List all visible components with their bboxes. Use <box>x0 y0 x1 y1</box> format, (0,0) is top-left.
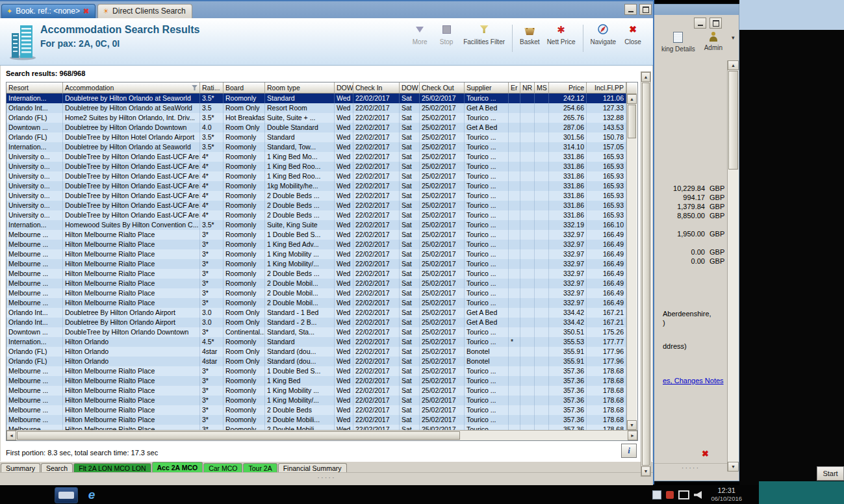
table-row[interactable]: Melbourne ...Hilton Melbourne Rialto Pla… <box>6 279 626 288</box>
changes-notes-link[interactable]: es, Changes Notes <box>663 377 724 384</box>
minimize-button[interactable] <box>624 4 637 15</box>
table-row[interactable]: Melbourne ...Hilton Melbourne Rialto Pla… <box>6 376 626 386</box>
bottom-tab-financial-summary[interactable]: Financial Summary <box>278 463 347 473</box>
bottom-tab-tour-2a[interactable]: Tour 2A <box>243 463 277 473</box>
table-row[interactable]: Melbourne ...Hilton Melbourne Rialto Pla… <box>6 366 626 376</box>
tray-alert-icon[interactable] <box>666 491 674 499</box>
bottom-tab-search[interactable]: Search <box>41 463 73 473</box>
taskbar-app-icon[interactable] <box>55 487 78 503</box>
scrollbar-thumb[interactable] <box>728 71 738 170</box>
column-header-incl-fl-pp[interactable]: Incl.Fl.PP <box>587 82 626 94</box>
navigate-button[interactable]: Navigate <box>591 23 616 45</box>
taskbar-clock[interactable]: 12:31 06/10/2016 <box>711 486 742 503</box>
browser-icon[interactable]: e <box>82 486 101 503</box>
more-button[interactable]: More <box>410 23 429 45</box>
scroll-down-arrow[interactable]: ▼ <box>728 462 739 472</box>
bottom-tab-car-mco[interactable]: Car MCO <box>203 463 242 473</box>
basket-button[interactable]: Basket <box>520 23 540 45</box>
table-row[interactable]: University o...DoubleTree by Hilton Orla… <box>6 191 626 201</box>
table-row[interactable]: Orlando (FL)Hilton Orlando4starRoom Only… <box>6 357 626 366</box>
table-row[interactable]: Melbourne ...Hilton Melbourne Rialto Pla… <box>6 249 626 259</box>
column-header-price[interactable]: Price <box>549 82 587 94</box>
tray-volume-icon[interactable] <box>694 491 702 499</box>
table-row[interactable]: Orlando Int...Doubletree by Hilton Orlan… <box>6 103 626 113</box>
table-row[interactable]: Downtown ...Doubletree by Hilton Orlando… <box>6 123 626 132</box>
table-row[interactable]: Melbourne ...Hilton Melbourne Rialto Pla… <box>6 386 626 396</box>
table-row[interactable]: Melbourne ...Hilton Melbourne Rialto Pla… <box>6 240 626 249</box>
column-header-nr[interactable]: NR <box>520 82 535 94</box>
table-row[interactable]: Melbourne ...Hilton Melbourne Rialto Pla… <box>6 269 626 279</box>
tab-booking-ref[interactable]: ✦ Book. ref.: <none> ✖ <box>1 4 96 18</box>
column-header-supplier[interactable]: Supplier <box>465 82 509 94</box>
bottom-tab-summary[interactable]: Summary <box>1 463 40 473</box>
table-row[interactable]: Internation...Homewood Suites By Hilton … <box>6 220 626 230</box>
scroll-up-arrow[interactable]: ▲ <box>627 94 637 104</box>
table-vertical-scrollbar[interactable]: ▲ ▼ <box>626 82 637 430</box>
tray-icon[interactable] <box>652 490 661 499</box>
column-header-rating[interactable]: Rati... <box>200 82 224 94</box>
table-row[interactable]: Downtown ...DoubleTree by Hilton Orlando… <box>6 327 626 337</box>
table-row[interactable]: Internation...Hilton Orlando4.5*Roomonly… <box>6 337 626 347</box>
table-horizontal-scrollbar[interactable]: ◄ ► <box>6 430 637 440</box>
scrollbar-thumb[interactable] <box>642 82 650 466</box>
minimize-button[interactable] <box>694 18 706 29</box>
column-header-check-out[interactable]: Check Out <box>420 82 465 94</box>
table-row[interactable]: University o...DoubleTree by Hilton Orla… <box>6 171 626 181</box>
table-row[interactable]: University o...DoubleTree by Hilton Orla… <box>6 210 626 220</box>
table-row[interactable]: Orlando (FL)DoubleTree by Hilton Hotel O… <box>6 132 626 142</box>
error-close-icon[interactable]: ✖ <box>702 449 709 459</box>
column-header-resort[interactable]: Resort <box>6 82 63 94</box>
column-header-check-in[interactable]: Check In <box>353 82 400 94</box>
stop-button[interactable]: Stop <box>437 23 456 45</box>
maximize-button[interactable] <box>710 18 722 29</box>
scrollbar-thumb[interactable] <box>17 431 460 440</box>
start-button[interactable]: Start <box>817 466 844 481</box>
column-header-er[interactable]: Er <box>509 82 520 94</box>
scroll-up-arrow[interactable]: ▲ <box>641 72 650 82</box>
table-row[interactable]: Melbourne ...Hilton Melbourne Rialto Pla… <box>6 259 626 269</box>
column-header-room-type[interactable]: Room type <box>265 82 335 94</box>
table-row[interactable]: University o...DoubleTree by Hilton Orla… <box>6 152 626 162</box>
bottom-tab-acc-2a-mco[interactable]: Acc 2A MCO <box>152 462 203 473</box>
table-row[interactable]: University o...DoubleTree by Hilton Orla… <box>6 162 626 171</box>
column-header-ms[interactable]: MS <box>535 82 549 94</box>
scroll-down-arrow[interactable]: ▼ <box>641 466 650 476</box>
nett-price-button[interactable]: ✱ Nett Price <box>547 23 576 45</box>
admin-button[interactable]: Admin <box>704 32 723 51</box>
table-row[interactable]: University o...DoubleTree by Hilton Orla… <box>6 201 626 210</box>
table-row[interactable]: Orlando Int...Doubletree By Hilton Orlan… <box>6 308 626 318</box>
facilities-filter-button[interactable]: Facilities Filter <box>463 23 505 45</box>
info-button[interactable]: i <box>621 444 637 458</box>
scroll-left-arrow[interactable]: ◄ <box>6 431 16 440</box>
table-row[interactable]: University o...DoubleTree by Hilton Orla… <box>6 181 626 191</box>
scroll-up-arrow[interactable]: ▲ <box>728 60 739 70</box>
scroll-right-arrow[interactable]: ► <box>628 431 637 440</box>
table-row[interactable]: Melbourne ...Hilton Melbourne Rialto Pla… <box>6 415 626 425</box>
table-row[interactable]: Melbourne ...Hilton Melbourne Rialto Pla… <box>6 230 626 240</box>
scrollbar-thumb[interactable] <box>628 105 636 138</box>
bottom-tab-flt-2a-lon-mco-lon[interactable]: Flt 2A LON MCO LON <box>73 463 151 473</box>
column-header-accommodation[interactable]: Accommodation <box>63 82 200 94</box>
table-row[interactable]: Internation...Doubletree by Hilton Orlan… <box>6 142 626 152</box>
window-splitter[interactable]: ····· <box>0 472 653 485</box>
table-row[interactable]: Orlando (FL)Hilton Orlando4starRoom Only… <box>6 347 626 357</box>
table-row[interactable]: Melbourne ...Hilton Melbourne Rialto Pla… <box>6 396 626 405</box>
tray-monitor-icon[interactable] <box>678 490 689 499</box>
tab-close-icon[interactable]: ✖ <box>83 8 89 14</box>
splitter-dots[interactable]: ····· <box>654 463 728 472</box>
column-header-dow-in[interactable]: DOW <box>335 82 353 94</box>
column-header-board[interactable]: Board <box>224 82 265 94</box>
scroll-down-arrow[interactable]: ▼ <box>627 420 637 430</box>
scrollbar-track[interactable] <box>728 170 739 462</box>
table-row[interactable]: Orlando Int...Doubletree By Hilton Orlan… <box>6 318 626 327</box>
scrollbar-track[interactable] <box>461 431 628 440</box>
tab-direct-clients-search[interactable]: ☀ Direct Clients Search <box>97 4 192 18</box>
side-scrollbar[interactable]: ▲ ▼ <box>727 60 739 472</box>
column-filter-icon[interactable] <box>192 85 198 91</box>
table-row[interactable]: Melbourne ...Hilton Melbourne Rialto Pla… <box>6 298 626 308</box>
form-vertical-scrollbar[interactable]: ▲ ▼ <box>641 71 651 477</box>
scrollbar-track[interactable] <box>627 139 637 420</box>
table-row[interactable]: Orlando (FL)Home2 Suites by Hilton Orlan… <box>6 113 626 123</box>
close-button[interactable]: ✖ Close <box>623 23 643 45</box>
table-row[interactable]: Melbourne ...Hilton Melbourne Rialto Pla… <box>6 288 626 298</box>
